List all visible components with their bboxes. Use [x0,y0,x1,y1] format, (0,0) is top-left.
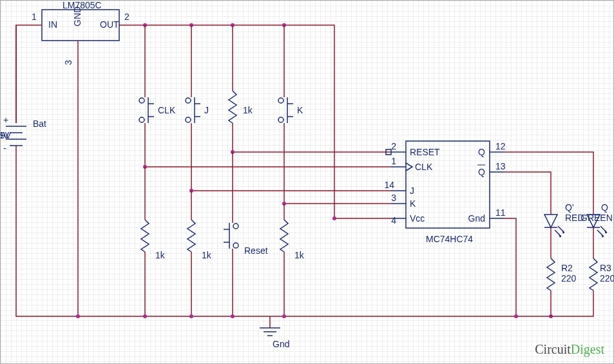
svg-point-57 [514,314,518,318]
svg-point-23 [278,117,283,122]
regulator-pin2-num: 2 [124,12,130,22]
ic-pin-j: J [410,186,414,196]
svg-point-42 [282,314,286,318]
r2-val: 220 [561,273,577,283]
ground-label: Gnd [273,339,289,349]
led-red: Q' RED [544,202,584,258]
led-red-name: Q' [565,202,574,213]
ic-pin-k: K [410,198,416,209]
ic-part-label: MC74HC74 [426,234,473,244]
led-green-name: Q [601,202,608,213]
res-top-val: 1k [243,105,253,115]
svg-point-17 [186,98,191,103]
svg-point-12 [139,98,144,103]
ic-pin14-num: 14 [384,180,394,190]
watermark-a: Circuit [535,342,571,356]
ic-pin11-num: 11 [495,207,506,218]
regulator-pin-in: IN [48,19,57,30]
k-button: K [278,25,303,204]
ic-pin12-num: 12 [495,141,506,151]
j-button: J [186,25,209,191]
reset-button: Reset [224,152,268,316]
svg-point-18 [186,117,191,122]
svg-marker-58 [544,215,557,227]
ic-pin-reset: RESET [410,147,440,157]
regulator-pin1-num: 1 [32,12,37,22]
j-button-label: J [204,105,209,115]
reset-button-label: Reset [244,245,268,256]
battery-voltage-text: 9V [1,130,10,140]
schematic-canvas: LM7805C IN OUT GND 1 2 3 + - Bat 9V 9V [0,0,614,364]
svg-point-38 [76,314,80,318]
regulator-pin-gnd: GND [72,6,82,26]
k-button-label: K [297,105,303,115]
ic-pin3-num: 3 [391,193,396,203]
ic-pin-q: Q [478,147,485,157]
ic-pin1-num: 1 [391,156,396,166]
ic-pin4-num: 4 [391,215,396,225]
ic-flipflop: 2 RESET 1 CLK 14 J 3 K 4 Vcc Q 12 Q 13 G… [384,141,505,244]
svg-point-34 [233,243,238,248]
svg-point-13 [139,117,144,122]
led-green-color: GREEN [580,213,613,223]
svg-point-39 [143,314,147,318]
pulldown-res-top: 1k [229,25,253,152]
pulldown-clk: 1k [141,167,166,316]
r2-name: R2 [561,263,573,273]
pulldown-j: 1k [187,191,212,316]
svg-point-22 [278,98,283,103]
ic-pin2-num: 2 [391,141,396,151]
resistor-r2: R2 220 [547,258,577,316]
svg-text:+: + [3,115,8,125]
ic-pin-qb: Q [478,167,485,177]
res-clk-val: 1k [155,250,166,260]
resistor-r3: R3 220 [551,258,614,316]
watermark-b: Digest [571,342,604,356]
svg-point-32 [332,216,336,220]
pulldown-k: 1k [280,204,305,316]
regulator-pin3-num: 3 [63,60,73,65]
r3-name: R3 [600,263,611,273]
res-j-val: 1k [202,250,212,260]
ic-pin-vcc: Vcc [410,213,425,224]
r3-val: 220 [600,273,614,283]
svg-point-41 [231,314,235,318]
led-green: Q GREEN [580,202,613,258]
clk-button: CLK [139,25,176,167]
ic-pin-clk: CLK [415,162,433,172]
svg-text:-: - [3,143,6,153]
clk-button-label: CLK [158,105,176,115]
watermark: CircuitDigest [535,342,604,357]
voltage-regulator: LM7805C IN OUT GND 1 2 3 [32,1,130,65]
svg-point-33 [233,224,238,229]
regulator-pin-out: OUT [100,19,119,30]
battery: + - Bat 9V 9V [1,115,46,153]
ground-symbol: Gnd [260,316,289,349]
ic-pin-gnd: Gnd [468,213,485,224]
ic-pin13-num: 13 [495,161,506,171]
svg-point-40 [189,314,193,318]
battery-label: Bat [33,119,46,129]
res-k-val: 1k [294,250,305,260]
